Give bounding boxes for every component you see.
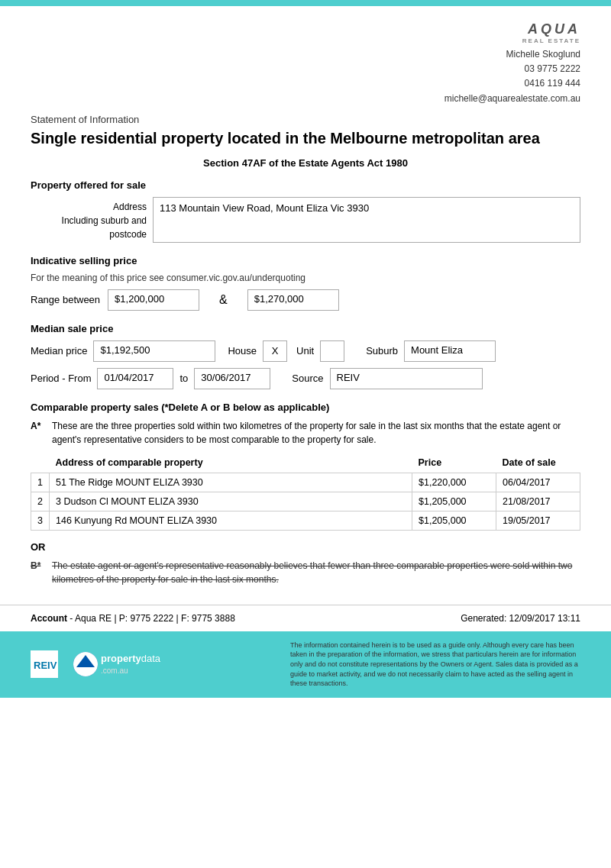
reiv-icon: REIV xyxy=(31,650,58,678)
statement-label: Statement of Information xyxy=(31,114,580,125)
footer-phone-label: P: xyxy=(119,613,128,624)
footer-fax-value: 9775 3888 xyxy=(192,613,235,624)
col-date: Date of sale xyxy=(496,453,580,473)
median-label: Median price xyxy=(31,345,87,357)
median-sale-title: Median sale price xyxy=(31,323,580,334)
suburb-label: Suburb xyxy=(366,345,398,357)
median-value: $1,192,500 xyxy=(93,340,215,362)
propertydata-logo: propertydata .com.au xyxy=(73,652,160,676)
generated-label: Generated: xyxy=(461,613,506,624)
account-label: Account xyxy=(31,613,67,624)
period-row: Period - From 01/04/2017 to 30/06/2017 S… xyxy=(31,368,580,389)
source-value: REIV xyxy=(330,368,483,389)
footer-account-bar: Account - Aqua RE | P: 9775 2222 | F: 97… xyxy=(0,605,611,631)
row-price: $1,205,000 xyxy=(412,492,496,511)
comparable-a-item: A* These are the three properties sold w… xyxy=(31,419,580,447)
row-price: $1,220,000 xyxy=(412,473,496,492)
agent-name: Michelle Skoglund xyxy=(31,47,580,62)
agent-email: michelle@aquarealestate.com.au xyxy=(31,92,580,106)
aqua-logo: AQUA REAL ESTATE xyxy=(31,21,580,44)
property-offered-title: Property offered for sale xyxy=(31,179,580,191)
row-date: 21/08/2017 xyxy=(496,492,580,511)
row-address: 146 Kunyung Rd MOUNT ELIZA 3930 xyxy=(50,511,412,530)
address-row: AddressIncluding suburb andpostcode 113 … xyxy=(31,197,580,243)
property-offered-section: Property offered for sale AddressIncludi… xyxy=(31,179,580,243)
period-label: Period - From xyxy=(31,373,91,384)
reiv-square: REIV xyxy=(31,650,58,678)
col-address: Address of comparable property xyxy=(50,453,412,473)
footer-left: Account - Aqua RE | P: 9775 2222 | F: 97… xyxy=(31,613,235,624)
suburb-value: Mount Eliza xyxy=(404,340,496,362)
agent-info: Michelle Skoglund 03 9775 2222 0416 119 … xyxy=(31,47,580,106)
agent-phone2: 0416 119 444 xyxy=(31,76,580,91)
a-text: These are the three properties sold with… xyxy=(52,419,580,447)
median-sale-section: Median sale price Median price $1,192,50… xyxy=(31,323,580,389)
indicative-price-section: Indicative selling price For the meaning… xyxy=(31,255,580,311)
unit-label: Unit xyxy=(296,345,314,357)
comparable-section: Comparable property sales (*Delete A or … xyxy=(31,402,580,586)
table-row: 1 51 The Ridge MOUNT ELIZA 3930 $1,220,0… xyxy=(31,473,580,492)
account-value: Aqua RE xyxy=(75,613,112,624)
row-date: 19/05/2017 xyxy=(496,511,580,530)
period-to: 30/06/2017 xyxy=(194,368,270,389)
range-to: $1,270,000 xyxy=(247,289,339,311)
house-label: House xyxy=(228,345,257,357)
reiv-logo: REIV xyxy=(31,650,58,678)
table-row: 3 146 Kunyung Rd MOUNT ELIZA 3930 $1,205… xyxy=(31,511,580,530)
comparable-b-item: B* The estate agent or agent's represent… xyxy=(31,559,580,586)
agent-phone1: 03 9775 2222 xyxy=(31,62,580,76)
row-price: $1,205,000 xyxy=(412,511,496,530)
row-date: 06/04/2017 xyxy=(496,473,580,492)
house-checkbox: X xyxy=(263,340,287,362)
source-label: Source xyxy=(292,373,323,384)
ampersand: & xyxy=(207,293,240,307)
row-address: 51 The Ridge MOUNT ELIZA 3930 xyxy=(50,473,412,492)
row-address: 3 Dudson Cl MOUNT ELIZA 3930 xyxy=(50,492,412,511)
address-label: AddressIncluding suburb andpostcode xyxy=(31,197,153,241)
or-text: OR xyxy=(31,541,580,553)
footer-right: Generated: 12/09/2017 13:11 xyxy=(461,613,580,624)
header-right: AQUA REAL ESTATE Michelle Skoglund 03 97… xyxy=(31,21,580,106)
generated-value: 12/09/2017 13:11 xyxy=(509,613,580,624)
propertydata-icon xyxy=(73,652,98,676)
price-note: For the meaning of this price see consum… xyxy=(31,273,580,283)
section-heading: Section 47AF of the Estate Agents Act 19… xyxy=(31,157,580,169)
row-num: 3 xyxy=(31,511,50,530)
table-row: 2 3 Dudson Cl MOUNT ELIZA 3930 $1,205,00… xyxy=(31,492,580,511)
footer-logos-bar: REIV propertydata .com.au The informatio… xyxy=(0,631,611,698)
footer-disclaimer: The information contained herein is to b… xyxy=(290,641,580,689)
row-num: 2 xyxy=(31,492,50,511)
svg-text:REIV: REIV xyxy=(34,660,57,671)
comparable-table: Address of comparable property Price Dat… xyxy=(31,453,580,531)
propertydata-svg xyxy=(73,652,98,676)
period-from: 01/04/2017 xyxy=(97,368,173,389)
a-label: A* xyxy=(31,419,46,447)
range-row: Range between $1,200,000 & $1,270,000 xyxy=(31,289,580,311)
aqua-tagline: REAL ESTATE xyxy=(31,37,580,44)
range-from: $1,200,000 xyxy=(108,289,199,311)
footer-fax-label: F: xyxy=(181,613,189,624)
b-label: B* xyxy=(31,559,46,586)
range-label: Range between xyxy=(31,294,100,305)
median-row: Median price $1,192,500 House X Unit Sub… xyxy=(31,340,580,362)
comparable-title: Comparable property sales (*Delete A or … xyxy=(31,402,580,413)
col-num xyxy=(31,453,50,473)
b-text: The estate agent or agent's representati… xyxy=(52,559,580,586)
main-title: Single residential property located in t… xyxy=(31,128,580,148)
to-label: to xyxy=(179,373,188,384)
address-value: 113 Mountain View Road, Mount Eliza Vic … xyxy=(153,197,580,243)
row-num: 1 xyxy=(31,473,50,492)
unit-checkbox xyxy=(320,340,344,362)
top-bar xyxy=(0,0,611,6)
propertydata-text: propertydata .com.au xyxy=(101,653,160,676)
footer-phone-value: 9775 2222 xyxy=(131,613,174,624)
indicative-price-title: Indicative selling price xyxy=(31,255,580,266)
col-price: Price xyxy=(412,453,496,473)
